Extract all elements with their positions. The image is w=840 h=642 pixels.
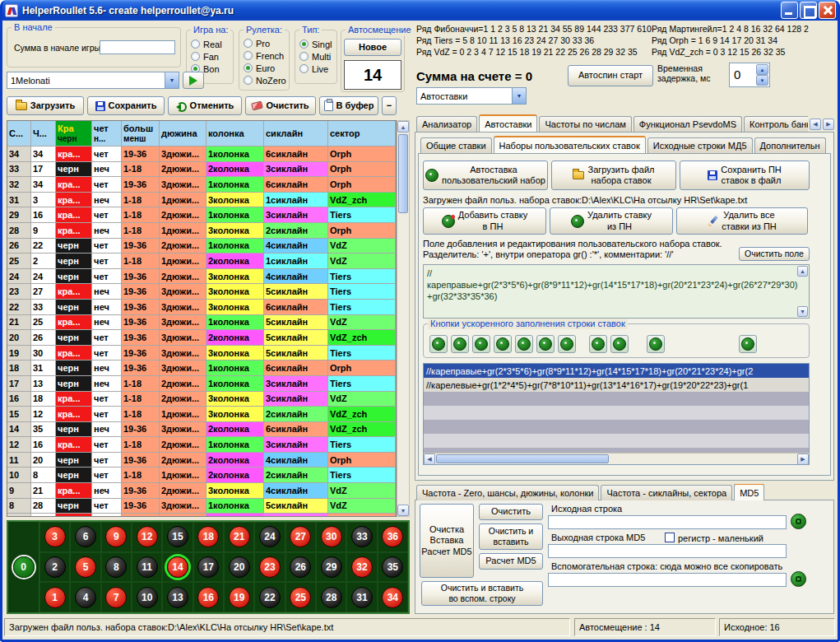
radio-french[interactable]: French — [239, 49, 289, 62]
minimize-button[interactable] — [781, 2, 798, 19]
calc-md5-button[interactable]: Расчет MD5 — [479, 553, 543, 570]
roulette-number-2[interactable]: 2 — [44, 556, 66, 578]
green-action-button-top[interactable] — [791, 514, 806, 529]
freq-tab-1[interactable]: Частота - Zero, шансы, дюжины, колонки — [416, 485, 599, 500]
save-button[interactable]: Сохранить — [87, 96, 165, 115]
table-scrollbar[interactable] — [397, 120, 410, 517]
roulette-number-31[interactable]: 31 — [351, 587, 373, 608]
roulette-number-34[interactable]: 34 — [382, 587, 403, 608]
sub-tab-2[interactable]: Наборы пользовательских ставок — [494, 136, 646, 153]
tabs-scroll-right-button[interactable] — [823, 119, 834, 130]
quick-fill-button-11[interactable] — [739, 335, 757, 353]
table-row[interactable]: 108чернчет1-181дюжи...2колонка2сиклайнTi… — [7, 468, 396, 483]
quick-fill-button-10[interactable] — [647, 335, 665, 353]
titlebar[interactable]: HelperRoullet 5.6- create helperroullet@… — [0, 0, 840, 21]
quick-fill-button-3[interactable] — [472, 335, 490, 353]
roulette-number-23[interactable]: 23 — [259, 556, 281, 578]
table-row[interactable]: 1216кра...чет1-182дюжи...1колонка3сиклай… — [7, 437, 396, 453]
autostavki-combobox[interactable]: Автоставки — [416, 87, 527, 105]
quick-fill-button-2[interactable] — [451, 335, 469, 353]
radio-real[interactable]: Real — [187, 38, 233, 50]
autostake-user-set-button[interactable]: Автоставка пользовательский набор — [423, 160, 548, 190]
load-button[interactable]: Загрузить — [7, 96, 84, 115]
new-button[interactable]: Новое — [344, 39, 401, 56]
tabs-scroll-left-button[interactable] — [810, 119, 821, 130]
aux-string-input[interactable] — [548, 573, 787, 587]
autospin-start-button[interactable]: Автоспин старт — [568, 65, 653, 86]
table-row[interactable]: 1930кра...чет19-363дюжи...3колонка5сикла… — [7, 346, 396, 361]
table-row[interactable]: 1713черннеч1-182дюжи...1колонка3сиклайнT… — [7, 376, 396, 392]
table-row[interactable]: 2916кра...чет1-182дюжи...1колонка3сиклай… — [7, 207, 396, 223]
main-tab-1[interactable]: Анализатор — [416, 116, 477, 132]
table-row[interactable]: 2026чернчет19-363дюжи...2колонка5сиклайн… — [7, 330, 396, 346]
table-row[interactable]: 828чернчет19-363дюжи...1колонка5сиклайнV… — [7, 499, 396, 514]
main-tab-4[interactable]: Функционал PsevdoMS — [633, 116, 742, 132]
roulette-number-36[interactable]: 36 — [382, 526, 403, 547]
roulette-number-32[interactable]: 32 — [351, 556, 373, 578]
roulette-number-25[interactable]: 25 — [290, 587, 311, 608]
table-row[interactable]: 1618кра...чет1-182дюжи...3колонка3сиклай… — [7, 392, 396, 407]
roulette-number-35[interactable]: 35 — [382, 556, 403, 578]
freq-tab-3[interactable]: MD5 — [734, 484, 764, 500]
roulette-number-3[interactable]: 3 — [44, 526, 66, 547]
sub-tab-3[interactable]: Исходные строки МД5 — [647, 137, 753, 153]
green-action-button-bottom[interactable] — [791, 571, 806, 587]
start-sum-input[interactable] — [100, 40, 175, 54]
delay-spinner[interactable]: 0 — [729, 63, 770, 87]
scroll-down-button[interactable] — [397, 505, 409, 516]
md5-clear-button[interactable]: Очистить — [479, 504, 543, 520]
roulette-number-18[interactable]: 18 — [197, 526, 219, 547]
roulette-number-30[interactable]: 30 — [321, 526, 342, 547]
source-string-input[interactable] — [548, 515, 787, 529]
quick-fill-button-1[interactable] — [429, 335, 448, 353]
table-row[interactable]: 714кра...чет1-182дюжи...2колонка3сиклайн… — [7, 514, 396, 517]
table-row[interactable]: 2233черннеч19-363дюжи...3колонка6сиклайн… — [7, 300, 396, 315]
quick-fill-button-5[interactable] — [515, 335, 533, 353]
sub-tab-1[interactable]: Общие ставки — [420, 137, 492, 153]
roulette-number-22[interactable]: 22 — [259, 587, 281, 608]
roulette-number-14[interactable]: 14 — [167, 556, 188, 578]
roulette-number-1[interactable]: 1 — [44, 587, 66, 608]
collapse-button[interactable]: − — [382, 96, 397, 115]
table-row[interactable]: 3317черннеч1-182дюжи...2колонка3сиклайнO… — [7, 162, 396, 178]
table-row[interactable]: 2327кра...неч19-363дюжи...3колонка5сикла… — [7, 284, 396, 300]
roulette-number-17[interactable]: 17 — [197, 556, 219, 578]
main-tab-5[interactable]: Контроль банкролла — [744, 116, 808, 132]
add-bet-button[interactable]: Добавить ставку в ПН — [423, 207, 546, 235]
lowercase-checkbox[interactable] — [665, 533, 675, 542]
scroll-left-button[interactable] — [424, 454, 435, 465]
radio-pro[interactable]: Pro — [239, 37, 289, 49]
undo-button[interactable]: Отменить — [168, 96, 242, 115]
clear-and-paste-button[interactable]: Очистить и вставить — [479, 523, 543, 550]
roulette-number-24[interactable]: 24 — [259, 526, 281, 547]
main-tab-2[interactable]: Автоставки — [479, 114, 537, 132]
table-row[interactable]: 1435черннеч19-363дюжи...2колонка6сиклайн… — [7, 422, 396, 438]
roulette-number-28[interactable]: 28 — [321, 587, 342, 608]
play-button[interactable] — [183, 72, 204, 89]
quick-fill-button-7[interactable] — [558, 335, 576, 353]
maximize-button[interactable] — [800, 2, 817, 19]
save-bet-set-file-button[interactable]: Сохранить ПН ставок в файл — [680, 160, 810, 190]
roulette-number-0[interactable]: 0 — [13, 556, 35, 578]
quick-fill-button-6[interactable] — [536, 335, 555, 353]
table-row[interactable]: 921кра...неч19-362дюжи...3колонка4сиклай… — [7, 483, 396, 499]
table-row[interactable]: 289кра...неч1-181дюжи...3колонка2сиклайн… — [7, 223, 396, 239]
scroll-up-button[interactable] — [797, 266, 808, 277]
spinner-down-button[interactable] — [756, 75, 768, 86]
table-row[interactable]: 3234кра...чет19-363дюжи...1колонка6сикла… — [7, 177, 396, 193]
spinner-up-button[interactable] — [756, 64, 768, 75]
quick-fill-button-4[interactable] — [494, 335, 512, 353]
clear-button[interactable]: Очистить — [245, 96, 316, 115]
roulette-number-13[interactable]: 13 — [167, 587, 188, 608]
table-row[interactable]: 2622чернчет19-362дюжи...1колонка4сиклайн… — [7, 239, 396, 254]
sub-tab-4[interactable]: Дополнительн — [754, 137, 826, 153]
clear-field-button[interactable]: Очистить поле — [739, 247, 810, 261]
table-row[interactable]: 313кра...неч1-181дюжи...3колонка1сиклайн… — [7, 193, 396, 208]
roulette-number-8[interactable]: 8 — [105, 556, 127, 578]
roulette-number-10[interactable]: 10 — [137, 587, 158, 608]
roulette-number-4[interactable]: 4 — [75, 587, 96, 608]
quick-fill-button-9[interactable] — [610, 335, 629, 353]
clear-paste-calc-md5-button[interactable]: Очистка Вставка Расчет MD5 — [420, 504, 474, 578]
table-row[interactable]: 1120чернчет19-362дюжи...2колонка4сиклайн… — [7, 453, 396, 468]
radio-euro[interactable]: Euro — [239, 62, 289, 74]
